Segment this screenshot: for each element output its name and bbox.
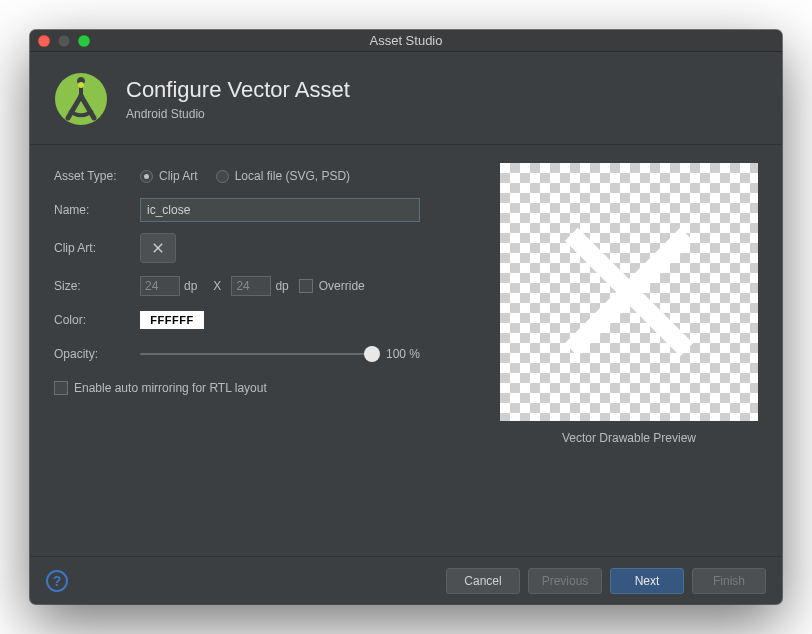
- name-label: Name:: [54, 203, 140, 217]
- name-input[interactable]: [140, 198, 420, 222]
- size-width-input[interactable]: [140, 276, 180, 296]
- clipart-label: Clip Art:: [54, 241, 140, 255]
- clipart-picker-button[interactable]: [140, 233, 176, 263]
- minimize-window-button[interactable]: [58, 35, 70, 47]
- color-label: Color:: [54, 313, 140, 327]
- form-panel: Asset Type: Clip Art Local file (SVG, PS…: [54, 163, 476, 556]
- opacity-slider[interactable]: [140, 346, 372, 362]
- size-height-input[interactable]: [231, 276, 271, 296]
- svg-point-1: [78, 82, 84, 88]
- android-studio-logo-icon: [54, 72, 108, 126]
- radio-indicator-icon: [140, 170, 153, 183]
- asset-type-localfile-text: Local file (SVG, PSD): [235, 169, 350, 183]
- slider-thumb-icon[interactable]: [364, 346, 380, 362]
- cancel-button[interactable]: Cancel: [446, 568, 520, 594]
- size-override-checkbox[interactable]: [299, 279, 313, 293]
- color-picker[interactable]: FFFFFF: [140, 311, 204, 329]
- dialog-header: Configure Vector Asset Android Studio: [30, 52, 782, 145]
- size-separator: X: [213, 279, 221, 293]
- dialog-body: Asset Type: Clip Art Local file (SVG, PS…: [30, 145, 782, 556]
- dialog-window: Asset Studio Configure Vector Asset Andr…: [30, 30, 782, 604]
- radio-indicator-icon: [216, 170, 229, 183]
- preview-caption: Vector Drawable Preview: [562, 431, 696, 445]
- help-button[interactable]: ?: [46, 570, 68, 592]
- finish-button[interactable]: Finish: [692, 568, 766, 594]
- rtl-mirror-label: Enable auto mirroring for RTL layout: [74, 381, 267, 395]
- size-height-unit: dp: [275, 279, 288, 293]
- close-window-button[interactable]: [38, 35, 50, 47]
- previous-button[interactable]: Previous: [528, 568, 602, 594]
- opacity-label: Opacity:: [54, 347, 140, 361]
- size-override-label: Override: [319, 279, 365, 293]
- dialog-title: Configure Vector Asset: [126, 77, 350, 103]
- rtl-mirror-checkbox[interactable]: [54, 381, 68, 395]
- window-title: Asset Studio: [30, 33, 782, 48]
- zoom-window-button[interactable]: [78, 35, 90, 47]
- close-icon: [150, 240, 166, 256]
- dialog-subtitle: Android Studio: [126, 107, 350, 121]
- asset-type-clipart-radio[interactable]: Clip Art: [140, 169, 198, 183]
- opacity-value: 100 %: [386, 347, 420, 361]
- window-controls: [38, 35, 90, 47]
- titlebar: Asset Studio: [30, 30, 782, 52]
- dialog-footer: ? Cancel Previous Next Finish: [30, 556, 782, 604]
- next-button[interactable]: Next: [610, 568, 684, 594]
- asset-type-clipart-text: Clip Art: [159, 169, 198, 183]
- preview-panel: Vector Drawable Preview: [500, 163, 758, 556]
- size-width-unit: dp: [184, 279, 197, 293]
- preview-canvas: [500, 163, 758, 421]
- preview-close-icon: [519, 182, 739, 402]
- asset-type-localfile-radio[interactable]: Local file (SVG, PSD): [216, 169, 350, 183]
- asset-type-label: Asset Type:: [54, 169, 140, 183]
- size-label: Size:: [54, 279, 140, 293]
